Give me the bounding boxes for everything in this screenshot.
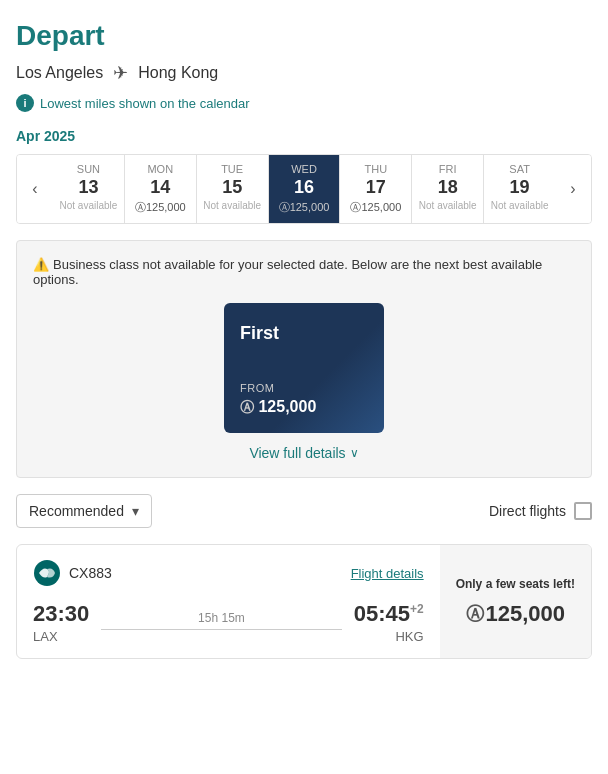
sort-filter-row: Recommended ▾ Direct flights (16, 494, 592, 528)
info-icon: i (16, 94, 34, 112)
seats-warning: Only a few seats left! (456, 577, 575, 591)
day-price: Ⓐ125,000 (273, 200, 336, 215)
calendar-prev-button[interactable]: ‹ (17, 155, 53, 223)
day-name: FRI (416, 163, 479, 175)
direct-flights-checkbox[interactable] (574, 502, 592, 520)
flight-main-info: CX883 Flight details 23:30 LAX 15h 15m 0… (17, 545, 440, 658)
departure-info: 23:30 LAX (33, 601, 89, 644)
info-banner-text: Lowest miles shown on the calendar (40, 96, 250, 111)
day-price: Ⓐ125,000 (344, 200, 407, 215)
day-number: 19 (488, 177, 551, 198)
card-price: Ⓐ 125,000 (240, 398, 368, 417)
warning-box: ⚠️Business class not available for your … (16, 240, 592, 478)
view-details-label: View full details (249, 445, 345, 461)
duration-line (101, 629, 341, 630)
calendar-day-14[interactable]: MON14Ⓐ125,000 (124, 155, 196, 223)
arrival-time-text: 05:45+2 (354, 601, 424, 627)
page-title: Depart (16, 20, 592, 52)
first-class-card[interactable]: First FROM Ⓐ 125,000 (224, 303, 384, 433)
flight-result-card: CX883 Flight details 23:30 LAX 15h 15m 0… (16, 544, 592, 659)
day-number: 15 (201, 177, 264, 198)
arrival-time-value: 05:45 (354, 601, 410, 626)
card-class-name: First (240, 323, 368, 344)
calendar-day-15: TUE15Not available (196, 155, 268, 223)
calendar-day-16[interactable]: WED16Ⓐ125,000 (268, 155, 340, 223)
flight-times: 23:30 LAX 15h 15m 05:45+2 HKG (33, 601, 424, 644)
warning-message: Business class not available for your se… (33, 257, 542, 287)
sort-label: Recommended (29, 503, 124, 519)
direct-flights-label: Direct flights (489, 503, 566, 519)
dropdown-arrow-icon: ▾ (132, 503, 139, 519)
day-price: Ⓐ125,000 (129, 200, 192, 215)
warning-emoji: ⚠️ (33, 257, 49, 272)
day-name: THU (344, 163, 407, 175)
airline-row: CX883 (33, 559, 112, 587)
flight-details-button[interactable]: Flight details (351, 566, 424, 581)
view-details-arrow: ∨ (350, 446, 359, 460)
duration-text: 15h 15m (101, 611, 341, 625)
calendar-nav: ‹ SUN13Not availableMON14Ⓐ125,000TUE15No… (16, 154, 592, 224)
flight-price-panel: Only a few seats left! Ⓐ 125,000 (440, 545, 591, 658)
price-display: Ⓐ 125,000 (466, 601, 566, 627)
month-label: Apr 2025 (16, 128, 592, 144)
day-not-available: Not available (488, 200, 551, 211)
avios-symbol-icon: Ⓐ (466, 602, 484, 626)
calendar-day-19: SAT19Not available (483, 155, 555, 223)
direct-flights-filter[interactable]: Direct flights (489, 502, 592, 520)
arrival-airport: HKG (354, 629, 424, 644)
day-number: 13 (57, 177, 120, 198)
card-from-label: FROM (240, 382, 368, 394)
sort-dropdown[interactable]: Recommended ▾ (16, 494, 152, 528)
flight-header: CX883 Flight details (33, 559, 424, 587)
page-container: Depart Los Angeles ✈ Hong Kong i Lowest … (0, 0, 608, 691)
calendar-day-13: SUN13Not available (53, 155, 124, 223)
day-name: TUE (201, 163, 264, 175)
route-from: Los Angeles (16, 64, 103, 82)
day-not-available: Not available (416, 200, 479, 211)
day-name: SAT (488, 163, 551, 175)
warning-text: ⚠️Business class not available for your … (33, 257, 575, 287)
day-name: WED (273, 163, 336, 175)
card-price-value: 125,000 (258, 398, 316, 415)
day-not-available: Not available (57, 200, 120, 211)
calendar-day-17[interactable]: THU17Ⓐ125,000 (339, 155, 411, 223)
plane-icon: ✈ (113, 62, 128, 84)
calendar-next-button[interactable]: › (555, 155, 591, 223)
day-number: 16 (273, 177, 336, 198)
airline-code: CX883 (69, 565, 112, 581)
view-details-button[interactable]: View full details ∨ (249, 445, 358, 461)
day-number: 14 (129, 177, 192, 198)
route-row: Los Angeles ✈ Hong Kong (16, 62, 592, 84)
view-details-row: View full details ∨ (33, 445, 575, 461)
flight-class-cards: First FROM Ⓐ 125,000 (33, 303, 575, 433)
day-number: 17 (344, 177, 407, 198)
day-name: SUN (57, 163, 120, 175)
departure-airport: LAX (33, 629, 89, 644)
flight-price: 125,000 (486, 601, 566, 627)
day-not-available: Not available (201, 200, 264, 211)
arrival-info: 05:45+2 HKG (354, 601, 424, 644)
departure-time-text: 23:30 (33, 601, 89, 627)
avios-sym-card: Ⓐ (240, 399, 254, 415)
route-to: Hong Kong (138, 64, 218, 82)
airline-logo-icon (33, 559, 61, 587)
arrival-day-offset: +2 (410, 602, 424, 616)
calendar-days: SUN13Not availableMON14Ⓐ125,000TUE15Not … (53, 155, 555, 223)
calendar-day-18: FRI18Not available (411, 155, 483, 223)
day-number: 18 (416, 177, 479, 198)
day-name: MON (129, 163, 192, 175)
info-banner: i Lowest miles shown on the calendar (16, 94, 592, 112)
flight-duration-section: 15h 15m (101, 611, 341, 634)
